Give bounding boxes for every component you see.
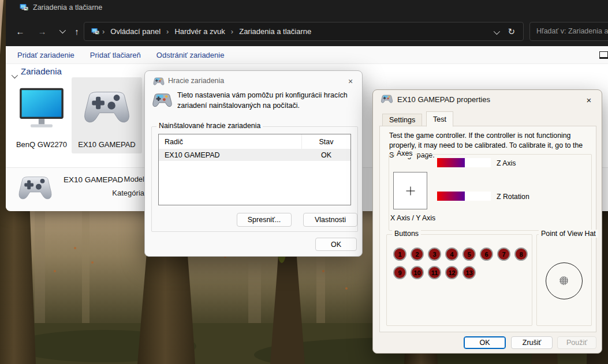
z-axis-label: Z Axis [497,159,516,167]
button-indicator-2: 2 [411,247,424,261]
controllers-table[interactable]: Radič Stav EX10 GAMEPAD OK [158,134,351,205]
chevron-down-icon [59,27,66,33]
location-icon [91,27,100,36]
forward-button[interactable]: → [35,24,50,39]
tab-test[interactable]: Test [426,111,453,127]
button-indicator-12: 12 [445,266,458,279]
device-name: BenQ GW2270 [13,140,70,149]
z-rotation-label: Z Rotation [497,193,529,201]
up-icon: ↑ [74,27,79,36]
devices-section-label: Zariadenia [21,66,62,76]
xy-axis-test-area [393,172,427,209]
tab-settings[interactable]: Settings [382,114,422,126]
z-rotation-bar [437,192,491,201]
group-label: Buttons [392,230,421,238]
button-indicator-5: 5 [462,247,476,261]
apply-button-disabled: Použiť [557,336,596,349]
z-rotation-bar-fill [437,192,465,201]
address-dropdown-button[interactable] [494,27,498,37]
search-input[interactable]: Hľadať v: Zariadenia a tla [529,22,608,41]
pov-hat-position-dot [559,276,568,285]
refresh-button[interactable]: ↻ [508,27,515,37]
app-icon [19,3,29,12]
installed-controllers-group: Nainštalované hracie zariadenia Radič St… [151,126,358,232]
dialog-description: Tieto nastavenia vám pomôžu pri konfigur… [177,91,363,111]
close-icon[interactable]: × [345,76,356,87]
pov-hat-group: Point of View Hat [536,234,592,326]
cancel-button[interactable]: Zrušiť [511,336,553,349]
column-header-status[interactable]: Stav [301,134,350,149]
address-bar[interactable]: › Ovládací panel › Hardvér a zvuk › Zari… [84,22,524,41]
remove-device-button[interactable]: Odstrániť zariadenie [156,51,225,59]
dialog-title: Hracie zariadenia [168,77,224,85]
back-button[interactable]: ← [13,24,28,39]
button-indicator-9: 9 [393,266,406,279]
axes-group: Axes X Axis / Y Axis Z Axis Z Rotation [389,154,592,231]
gamepad-icon [152,77,165,86]
button-indicator-10: 10 [411,266,424,279]
gamepad-icon [151,93,173,108]
breadcrumb-hardware-sound[interactable]: Hardvér a zvuk [171,27,228,36]
view-options-icon[interactable] [599,51,608,59]
back-icon: ← [16,27,25,36]
breadcrumb-devices-printers[interactable]: Zariadenia a tlačiarne [236,27,315,36]
window-titlebar: Zariadenia a tlačiarne [6,0,608,16]
table-header-row: Radič Stav [159,134,350,149]
z-axis-bar-fill [437,158,465,167]
add-device-button[interactable]: Pridať zariadenie [17,51,74,59]
device-name: EX10 GAMEPAD [72,140,142,149]
gamepad-properties-dialog: EX10 GAMEPAD properties × Settings Test … [372,89,602,354]
add-printer-button[interactable]: Pridať tlačiareň [90,51,141,59]
button-indicator-3: 3 [428,247,441,261]
button-indicator-6: 6 [480,247,493,261]
button-indicator-4: 4 [445,247,458,261]
button-indicator-13: 13 [462,266,476,279]
buttons-group: Buttons 1 2 3 4 5 6 7 8 9 10 11 12 13 [386,234,532,326]
game-controllers-dialog: Hracie zariadenia × Tieto nastavenia vám… [144,70,363,257]
forward-icon: → [38,27,47,36]
properties-button[interactable]: Vlastnosti [303,213,357,227]
breadcrumb-separator-icon: › [164,27,171,36]
button-indicator-1: 1 [393,247,406,261]
group-label: Point of View Hat [539,230,598,238]
ok-button[interactable]: OK [315,238,357,251]
button-indicator-7: 7 [497,247,510,261]
chevron-down-icon [494,28,500,34]
dialog-title: EX10 GAMEPAD properties [397,95,490,104]
button-indicator-11: 11 [428,266,441,279]
ok-button[interactable]: OK [464,336,506,349]
advanced-button[interactable]: Spresniť... [237,213,292,227]
controller-name-cell: EX10 GAMEPAD [159,151,302,159]
close-icon[interactable]: × [583,94,595,106]
model-field-label: Model [87,175,144,183]
xy-axis-label: X Axis / Y Axis [390,214,435,222]
column-header-controller[interactable]: Radič [159,138,301,146]
breadcrumb-separator-icon: › [229,27,236,36]
breadcrumb-separator-icon: › [100,27,107,36]
category-field-label: Kategória [87,189,144,197]
collapse-chevron-icon[interactable] [12,70,16,81]
controller-status-cell: OK [302,149,350,161]
gamepad-icon [81,90,133,126]
pov-hat-circle [546,262,583,299]
up-button[interactable]: ↑ [69,24,84,39]
command-toolbar: Pridať zariadenie Pridať tlačiareň Odstr… [6,46,608,64]
device-tile-benq[interactable]: BenQ GW2270 [13,81,70,156]
device-tile-gamepad-selected[interactable]: EX10 GAMEPAD [72,77,142,153]
group-label: Axes [394,149,415,157]
navigation-bar: ← → ↑ › Ovládací panel › Hardvér a zvuk … [6,16,608,46]
crosshair-icon [406,186,415,195]
window-title: Zariadenia a tlačiarne [33,3,102,12]
monitor-icon [17,87,66,130]
group-label: Nainštalované hracie zariadenia [156,122,263,130]
breadcrumb-control-panel[interactable]: Ovládací panel [107,27,164,36]
table-row[interactable]: EX10 GAMEPAD OK [159,149,350,161]
z-axis-bar [437,158,491,167]
recent-locations-button[interactable] [54,24,69,39]
test-tab-page: Test the game controller. If the control… [379,126,596,332]
gamepad-icon [380,95,394,104]
gamepad-icon [16,175,54,202]
button-indicator-8: 8 [514,247,528,261]
